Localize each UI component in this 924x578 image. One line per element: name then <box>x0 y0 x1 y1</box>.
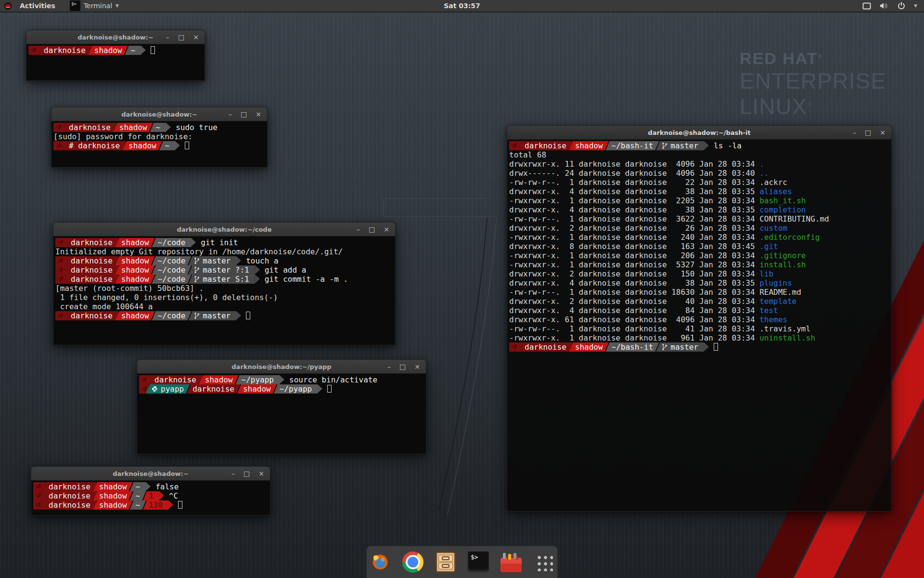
ls-row: drwxrwxr-x. 8 darknoise darknoise 163 Ja… <box>509 242 888 251</box>
ls-row: drwxrwxr-x. 4 darknoise darknoise 38 Jan… <box>509 205 888 214</box>
output-line: 1 file changed, 0 insertions(+), 0 delet… <box>55 293 392 302</box>
titlebar[interactable]: darknoise@shadow:~/code–□× <box>53 222 396 236</box>
titlebar[interactable]: darknoise@shadow:~–□× <box>26 30 205 44</box>
close-button[interactable]: × <box>258 466 264 481</box>
minimize-button[interactable]: – <box>231 466 235 481</box>
terminal-window-home-small[interactable]: darknoise@shadow:~–□×↺darknoiseshadow~ <box>26 30 205 81</box>
ls-row: drwx------. 24 darknoise darknoise 4096 … <box>509 169 888 178</box>
prompt-line: ↺darknoiseshadow~/codegit init <box>55 238 392 247</box>
command-text: false <box>151 482 179 491</box>
maximize-button[interactable]: □ <box>241 107 247 121</box>
prompt-segment-exit: 1 <box>143 491 159 500</box>
prompt-segment-git: master ?:1 <box>188 265 255 275</box>
ls-row-meta: -rwxrwxr-x. 1 darknoise darknoise 961 Ja… <box>509 333 759 342</box>
ls-row-meta: -rwxrwxr-x. 1 darknoise darknoise 206 Ja… <box>509 251 759 260</box>
ls-row-filename: CONTRIBUTING.md <box>759 214 829 223</box>
titlebar[interactable]: darknoise@shadow:~/bash-it–□× <box>507 125 892 140</box>
minimize-button[interactable]: – <box>229 107 232 121</box>
chevron-down-icon[interactable]: ▼ <box>914 3 917 8</box>
command-text: source bin/activate <box>284 375 377 384</box>
terminal-window-bash-it[interactable]: darknoise@shadow:~/bash-it–□×↺darknoises… <box>507 125 892 512</box>
ls-row: -rw-rw-r--. 1 darknoise darknoise 41 Jan… <box>509 324 888 333</box>
ls-row: -rw-rw-r--. 1 darknoise darknoise 3622 J… <box>509 214 888 223</box>
maximize-button[interactable]: □ <box>399 359 406 374</box>
terminal-content[interactable]: ↺darknoiseshadow~/codegit initInitialize… <box>53 236 396 345</box>
ls-row: drwxrwxr-x. 4 darknoise darknoise 38 Jan… <box>509 187 888 196</box>
maximize-button[interactable]: □ <box>178 30 184 44</box>
minimize-button[interactable]: – <box>357 222 360 236</box>
dock-item-files[interactable] <box>435 551 457 573</box>
drawer <box>438 563 453 569</box>
prompt-line: ↺pyappdarknoiseshadow~/pyapp <box>139 384 423 394</box>
ls-row-filename: completion <box>759 205 806 214</box>
rhel-logo-line2: ENTERPRISE <box>740 70 886 92</box>
prompt-segment-gray: ~/code <box>152 265 192 275</box>
terminal-content[interactable]: ↺darknoiseshadow~/pyappsource bin/activa… <box>137 374 426 454</box>
close-button[interactable]: × <box>256 107 261 121</box>
prompt-segment-red: shadow <box>93 482 133 491</box>
prompt-swirl-icon: ↺ <box>55 275 65 284</box>
close-button[interactable]: × <box>384 222 389 236</box>
prompt-arrow <box>141 46 146 54</box>
top-bar: Activities $> Terminal ▼ Sat 03:57 ▼ <box>0 0 924 13</box>
dock-item-app-grid[interactable] <box>533 551 555 573</box>
display-icon[interactable] <box>862 2 871 10</box>
command-text: sudo true <box>171 123 218 132</box>
dock-item-chrome[interactable] <box>402 551 424 573</box>
ls-row: -rwxrwxr-x. 1 darknoise darknoise 961 Ja… <box>509 333 888 342</box>
window-title: darknoise@shadow:~/code <box>53 226 395 233</box>
prompt-segment-gray: ~/code <box>152 275 192 284</box>
power-icon[interactable] <box>898 2 905 10</box>
prompt-line: ↺darknoiseshadow~sudo true <box>53 123 264 132</box>
maximize-button[interactable]: □ <box>244 466 250 481</box>
prompt-swirl-icon: ↺ <box>53 141 63 150</box>
prompt-segment-gray: ~/code <box>152 238 192 247</box>
prompt-segment-darkred: darknoise <box>38 46 91 55</box>
titlebar[interactable]: darknoise@shadow:~–□× <box>51 107 268 121</box>
git-branch-icon <box>194 312 200 319</box>
ls-row-meta: drwxrwxr-x. 4 darknoise darknoise 38 Jan… <box>509 187 759 196</box>
terminal-window-exitcodes[interactable]: darknoise@shadow:~–□×↺darknoiseshadow~fa… <box>31 466 270 515</box>
prompt-arrow <box>175 141 180 150</box>
terminal-window-sudo[interactable]: darknoise@shadow:~–□×↺darknoiseshadow~su… <box>51 107 268 168</box>
titlebar[interactable]: darknoise@shadow:~/pyapp–□× <box>137 359 426 374</box>
command-text: git init <box>196 238 238 247</box>
prompt-segment-gray: ~/bash-it <box>606 141 659 150</box>
ls-row-filename: README.md <box>759 288 801 297</box>
prompt-segment-git: master <box>188 311 236 320</box>
minimize-button[interactable]: – <box>166 30 169 44</box>
titlebar[interactable]: darknoise@shadow:~–□× <box>31 466 270 481</box>
ls-row-filename: .git <box>759 242 778 251</box>
terminal-content[interactable]: ↺darknoiseshadow~sudo true[sudo] passwor… <box>51 121 268 168</box>
chrome-icon <box>402 552 424 573</box>
ls-row-filename: plugins <box>759 278 792 288</box>
minimize-button[interactable]: – <box>853 125 856 140</box>
prompt-line: ↺darknoiseshadow~/codemastertouch a <box>55 256 392 265</box>
terminal-window-code[interactable]: darknoise@shadow:~/code–□×↺darknoiseshad… <box>53 222 396 345</box>
ls-row-meta: drwxrwxr-x. 11 darknoise darknoise 4096 … <box>509 159 759 169</box>
prompt-swirl-icon: ↺ <box>55 256 65 265</box>
dock-item-firefox[interactable] <box>369 551 391 573</box>
window-title: darknoise@shadow:~/bash-it <box>507 129 891 136</box>
maximize-button[interactable]: □ <box>865 125 871 140</box>
ls-row-meta: -rwxrwxr-x. 1 darknoise darknoise 5327 J… <box>509 260 759 269</box>
maximize-button[interactable]: □ <box>369 222 375 236</box>
clock[interactable]: Sat 03:57 <box>0 2 924 10</box>
dock-item-toolbox[interactable] <box>500 551 522 573</box>
close-button[interactable]: × <box>880 125 886 140</box>
terminal-window-pyapp[interactable]: darknoise@shadow:~/pyapp–□×↺darknoisesha… <box>137 359 426 454</box>
output-line: [sudo] password for darknoise: <box>53 132 264 141</box>
dock-item-terminal[interactable]: $> <box>467 551 489 573</box>
prompt-segment-darkred: darknoise <box>65 256 118 265</box>
terminal-content[interactable]: ↺darknoiseshadow~ <box>26 44 205 81</box>
terminal-content[interactable]: ↺darknoiseshadow~/bash-itmasterls -latot… <box>507 140 892 512</box>
close-button[interactable]: × <box>414 359 420 374</box>
terminal-content[interactable]: ↺darknoiseshadow~false↺darknoiseshadow~1… <box>31 481 270 515</box>
ls-row: drwxrwxr-x. 2 darknoise darknoise 40 Jan… <box>509 297 888 306</box>
close-button[interactable]: × <box>193 30 199 44</box>
ls-row-meta: -rw-rw-r--. 1 darknoise darknoise 18630 … <box>509 288 759 297</box>
ls-row-filename: .travis.yml <box>759 324 810 333</box>
volume-icon[interactable] <box>880 2 889 10</box>
minimize-button[interactable]: – <box>387 359 391 374</box>
prompt-swirl-icon: ↺ <box>33 500 43 510</box>
